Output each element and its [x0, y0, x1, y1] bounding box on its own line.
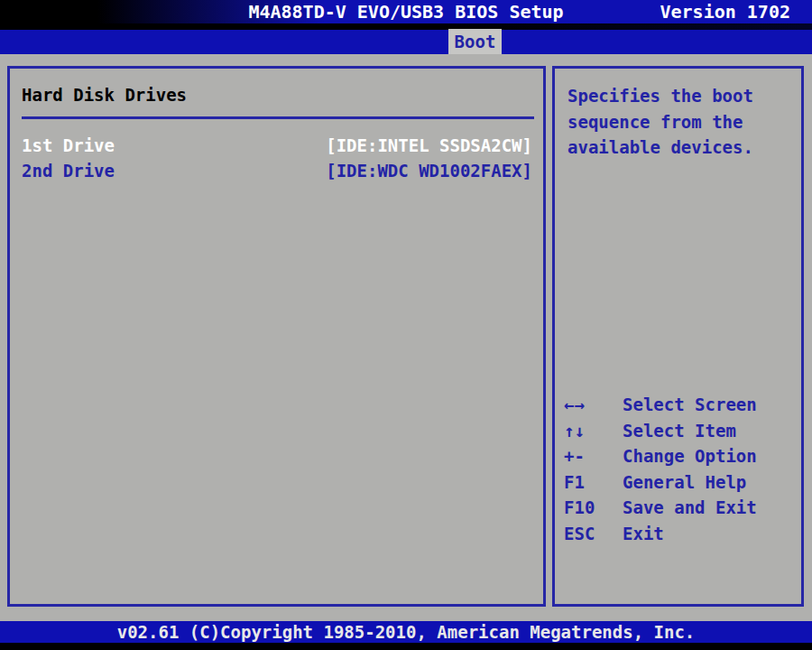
legend-action: General Help — [623, 469, 746, 496]
esc-key: ESC — [564, 521, 623, 547]
bottom-black-strip — [0, 643, 812, 650]
help-line: sequence from the — [567, 109, 792, 135]
drive-row-1st[interactable]: 1st Drive [IDE:INTEL SSDSA2CW] — [10, 133, 543, 158]
f10-key: F10 — [564, 495, 623, 521]
drive-value: [IDE:WDC WD1002FAEX] — [326, 158, 532, 183]
legend-action: Save and Exit — [623, 495, 757, 521]
drive-list: 1st Drive [IDE:INTEL SSDSA2CW] 2nd Drive… — [10, 133, 543, 183]
copyright-bar: v02.61 (C)Copyright 1985-2010, American … — [0, 621, 812, 643]
section-divider — [22, 116, 534, 119]
help-panel: Specifies the boot sequence from the ava… — [552, 66, 804, 607]
left-right-arrows-icon: ←→ — [564, 392, 623, 418]
key-legend: ←→ Select Screen ↑↓ Select Item +- Chang… — [559, 392, 798, 546]
bios-version: Version 1702 — [660, 0, 791, 24]
section-title: Hard Disk Drives — [22, 86, 543, 104]
legend-action: Select Item — [623, 418, 736, 444]
drive-label: 1st Drive — [22, 133, 115, 158]
legend-row-change-option: +- Change Option — [559, 443, 798, 469]
help-line: available devices. — [567, 135, 792, 161]
workspace: Hard Disk Drives 1st Drive [IDE:INTEL SS… — [0, 54, 812, 621]
drive-value: [IDE:INTEL SSDSA2CW] — [326, 133, 532, 158]
drive-row-2nd[interactable]: 2nd Drive [IDE:WDC WD1002FAEX] — [10, 158, 543, 183]
menu-tabbar: Boot — [0, 30, 812, 54]
help-line: Specifies the boot — [567, 83, 792, 109]
up-down-arrows-icon: ↑↓ — [564, 418, 623, 444]
copyright-text: v02.61 (C)Copyright 1985-2010, American … — [117, 622, 696, 642]
bios-setup-screen: M4A88TD-V EVO/USB3 BIOS Setup Version 17… — [0, 0, 812, 650]
help-description: Specifies the boot sequence from the ava… — [567, 83, 792, 161]
legend-row-save-exit: F10 Save and Exit — [559, 495, 798, 521]
legend-row-select-screen: ←→ Select Screen — [559, 392, 798, 418]
tab-boot[interactable]: Boot — [448, 29, 502, 54]
legend-action: Exit — [623, 521, 664, 547]
legend-action: Select Screen — [623, 392, 757, 418]
legend-row-general-help: F1 General Help — [559, 469, 798, 496]
f1-key: F1 — [564, 469, 623, 496]
drive-label: 2nd Drive — [22, 158, 115, 183]
legend-row-exit: ESC Exit — [559, 521, 798, 547]
legend-row-select-item: ↑↓ Select Item — [559, 418, 798, 444]
hard-disk-drives-panel: Hard Disk Drives 1st Drive [IDE:INTEL SS… — [7, 66, 546, 607]
legend-action: Change Option — [623, 443, 757, 469]
plus-minus-keys: +- — [564, 443, 623, 469]
titlebar: M4A88TD-V EVO/USB3 BIOS Setup Version 17… — [0, 0, 812, 30]
